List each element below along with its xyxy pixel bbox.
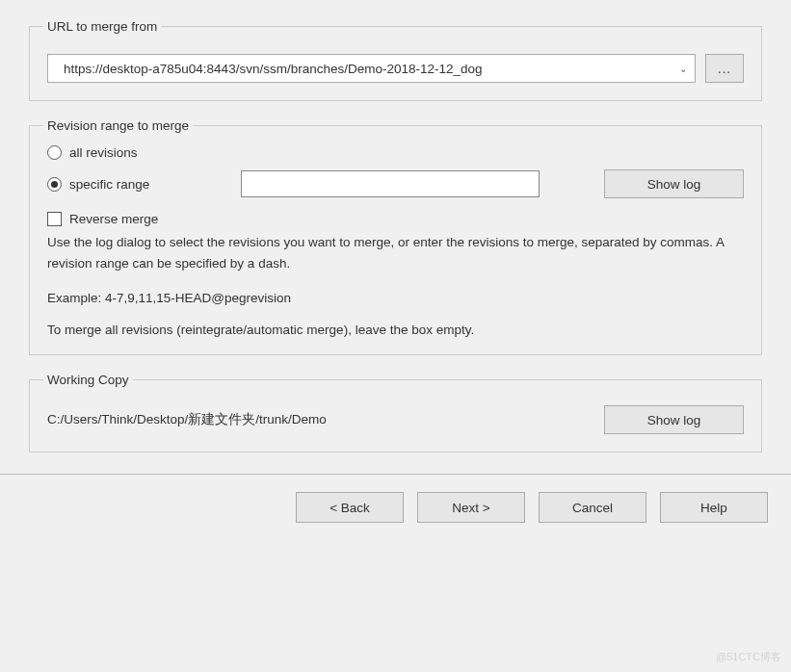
url-legend: URL to merge from	[43, 19, 161, 34]
radio-icon	[47, 145, 62, 160]
browse-button[interactable]: ...	[705, 54, 744, 83]
working-copy-group: Working Copy C:/Users/Think/Desktop/新建文件…	[29, 373, 762, 452]
wizard-button-bar: < Back Next > Cancel Help	[0, 475, 791, 523]
working-copy-path: C:/Users/Think/Desktop/新建文件夹/trunk/Demo	[47, 405, 327, 428]
revision-range-input[interactable]	[241, 170, 540, 197]
all-revisions-label: all revisions	[69, 145, 138, 160]
cancel-button[interactable]: Cancel	[539, 492, 646, 523]
checkbox-icon	[47, 212, 62, 226]
all-revisions-radio[interactable]: all revisions	[47, 145, 744, 160]
url-combo[interactable]: https://desktop-a785u04:8443/svn/ssm/bra…	[47, 54, 696, 83]
help-text: Use the log dialog to select the revisio…	[47, 232, 744, 273]
url-value: https://desktop-a785u04:8443/svn/ssm/bra…	[64, 62, 483, 76]
specific-range-label: specific range	[69, 177, 149, 192]
chevron-down-icon: ⌄	[679, 64, 687, 74]
wc-show-log-button[interactable]: Show log	[604, 405, 744, 434]
radio-selected-icon	[47, 177, 62, 192]
revision-range-group: Revision range to merge all revisions sp…	[29, 118, 762, 355]
example-text: Example: 4-7,9,11,15-HEAD@pegrevision	[47, 291, 744, 305]
back-button[interactable]: < Back	[296, 492, 404, 523]
reverse-merge-checkbox[interactable]: Reverse merge	[47, 212, 744, 226]
specific-range-radio[interactable]: specific range	[47, 177, 149, 192]
help-button[interactable]: Help	[660, 492, 768, 523]
wc-legend: Working Copy	[43, 373, 133, 387]
revision-legend: Revision range to merge	[43, 118, 193, 133]
show-log-button[interactable]: Show log	[604, 169, 744, 198]
final-help-text: To merge all revisions (reintegrate/auto…	[47, 323, 744, 337]
reverse-merge-label: Reverse merge	[69, 212, 158, 226]
next-button[interactable]: Next >	[417, 492, 525, 523]
watermark: @51CTC博客	[716, 650, 781, 664]
url-to-merge-group: URL to merge from https://desktop-a785u0…	[29, 19, 762, 101]
